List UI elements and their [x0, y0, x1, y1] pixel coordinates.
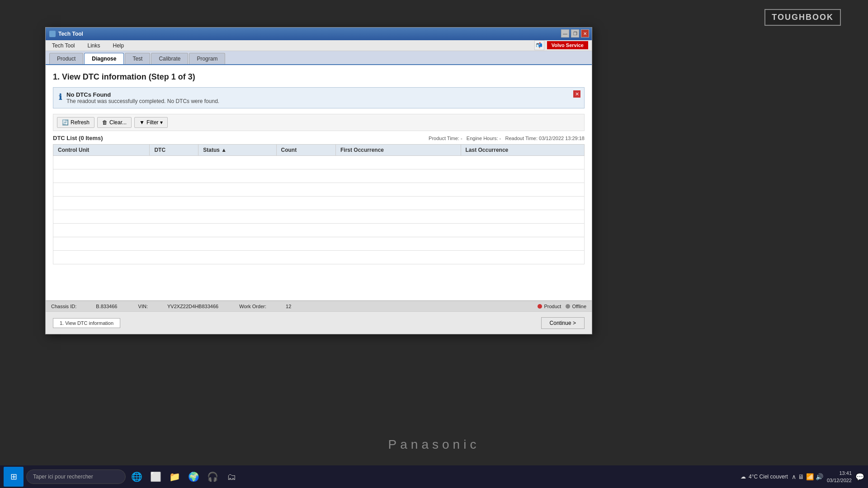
main-window: Tech Tool — ❐ ✕ Tech Tool Links Help 📬 V…: [45, 27, 592, 334]
toughbook-logo: TOUGHBOOK: [764, 9, 841, 26]
taskbar-app-headset[interactable]: 🎧: [204, 469, 221, 485]
menu-links[interactable]: Links: [85, 42, 103, 50]
info-title: No DTCs Found: [66, 91, 219, 98]
breadcrumb-tab[interactable]: 1. View DTC information: [53, 318, 120, 328]
clock-time: 13:41: [827, 469, 852, 477]
title-bar: Tech Tool — ❐ ✕: [46, 28, 592, 40]
notification-icon[interactable]: 📬: [534, 40, 544, 50]
sys-tray: ∧ 🖥 📶 🔊: [792, 473, 823, 480]
search-placeholder: Taper ici pour rechercher: [33, 474, 93, 480]
restore-button[interactable]: ❐: [571, 29, 579, 38]
dtc-table: Control Unit DTC Status ▲ Count First Oc…: [53, 144, 585, 264]
tray-wifi[interactable]: 📶: [806, 473, 814, 480]
windows-icon: ⊞: [10, 472, 17, 482]
tray-notification[interactable]: 💬: [855, 473, 864, 481]
product-status: Product: [538, 304, 561, 309]
offline-status: Offline: [566, 304, 586, 309]
notification-area: 📬 Volvo Service: [534, 40, 588, 50]
empty-row: [53, 210, 585, 224]
laptop-background: TOUGHBOOK Tech Tool — ❐ ✕ Tech Tool Link…: [0, 0, 868, 488]
info-icon: ℹ: [59, 92, 62, 102]
col-control-unit[interactable]: Control Unit: [53, 145, 150, 156]
tray-audio[interactable]: 🔊: [816, 473, 823, 480]
product-status-dot: [538, 304, 542, 309]
offline-status-dot: [566, 304, 570, 309]
refresh-button[interactable]: 🔄 Refresh: [57, 117, 94, 128]
table-body: [53, 156, 585, 264]
status-bar: Chassis ID: B.833466 VIN: YV2XZ22D4HB833…: [46, 300, 592, 311]
tab-test[interactable]: Test: [125, 53, 150, 64]
dtc-meta: Product Time: - Engine Hours: - Readout …: [429, 136, 585, 141]
clear-icon: 🗑: [102, 119, 108, 126]
weather-widget[interactable]: ☁ 4°C Ciel couvert: [741, 474, 788, 480]
menu-tech-tool[interactable]: Tech Tool: [49, 42, 77, 50]
empty-row: [53, 169, 585, 183]
minimize-button[interactable]: —: [561, 29, 569, 38]
info-subtitle: The readout was successfully completed. …: [66, 98, 219, 104]
weather-icon: ☁: [741, 474, 746, 480]
empty-row: [53, 251, 585, 264]
filter-icon: ▼: [139, 119, 145, 126]
taskbar-app-chrome[interactable]: 🌍: [185, 469, 202, 485]
tray-expand[interactable]: ∧: [792, 473, 796, 480]
taskbar-app-explorer[interactable]: 🗂: [223, 469, 240, 485]
taskbar: ⊞ Taper ici pour rechercher 🌐 ⬜ 📁 🌍 🎧 🗂 …: [0, 465, 868, 488]
filter-button[interactable]: ▼ Filter ▾: [134, 117, 168, 128]
window-controls: — ❐ ✕: [561, 29, 589, 38]
col-last-occurrence[interactable]: Last Occurrence: [461, 145, 584, 156]
clear-button[interactable]: 🗑 Clear...: [97, 117, 132, 128]
refresh-icon: 🔄: [62, 119, 69, 126]
window-title: Tech Tool: [58, 31, 83, 37]
app-icon: [49, 31, 56, 37]
weather-text: 4°C Ciel couvert: [749, 474, 788, 480]
taskbar-app-files[interactable]: 📁: [166, 469, 183, 485]
volvo-service-button[interactable]: Volvo Service: [547, 41, 588, 49]
col-status[interactable]: Status ▲: [198, 145, 276, 156]
empty-row: [53, 224, 585, 237]
clock-widget[interactable]: 13:41 03/12/2022: [827, 469, 852, 484]
info-text-block: No DTCs Found The readout was successful…: [66, 91, 219, 104]
bottom-bar: 1. View DTC information Continue >: [46, 311, 592, 334]
toolbar: 🔄 Refresh 🗑 Clear... ▼ Filter ▾: [53, 114, 585, 131]
menu-bar: Tech Tool Links Help 📬 Volvo Service: [46, 40, 592, 51]
dtc-list-title: DTC List (0 Items): [53, 135, 103, 141]
dtc-header-row: DTC List (0 Items) Product Time: - Engin…: [53, 135, 585, 141]
tab-diagnose[interactable]: Diagnose: [84, 53, 124, 64]
work-order-label: Work Order:: [239, 304, 266, 309]
clock-date: 03/12/2022: [827, 477, 852, 484]
empty-row: [53, 183, 585, 197]
vin-label: VIN:: [138, 304, 148, 309]
info-close-button[interactable]: ✕: [573, 90, 580, 98]
close-button[interactable]: ✕: [581, 29, 589, 38]
tray-network[interactable]: 🖥: [798, 473, 804, 480]
tab-program[interactable]: Program: [189, 53, 225, 64]
chassis-label: Chassis ID:: [51, 304, 76, 309]
empty-row: [53, 197, 585, 210]
panasonic-label: Panasonic: [388, 437, 480, 452]
info-box: ℹ No DTCs Found The readout was successf…: [53, 87, 585, 108]
empty-row: [53, 156, 585, 169]
search-bar[interactable]: Taper ici pour rechercher: [26, 469, 126, 484]
start-button[interactable]: ⊞: [4, 467, 24, 487]
work-order-value: 12: [286, 304, 291, 309]
page-title: 1. View DTC information (Step 1 of 3): [53, 72, 585, 82]
empty-row: [53, 237, 585, 251]
menu-help[interactable]: Help: [110, 42, 127, 50]
col-count[interactable]: Count: [276, 145, 335, 156]
chassis-value: B.833466: [96, 304, 117, 309]
tab-calibrate[interactable]: Calibrate: [151, 53, 188, 64]
continue-button[interactable]: Continue >: [541, 317, 585, 329]
col-dtc[interactable]: DTC: [150, 145, 198, 156]
taskbar-app-taskview[interactable]: ⬜: [147, 469, 164, 485]
vin-value: YV2XZ22D4HB833466: [167, 304, 218, 309]
col-first-occurrence[interactable]: First Occurrence: [336, 145, 461, 156]
taskbar-app-globe[interactable]: 🌐: [128, 469, 145, 485]
tab-product[interactable]: Product: [49, 53, 83, 64]
tab-bar: Product Diagnose Test Calibrate Program: [46, 51, 592, 65]
taskbar-right: ☁ 4°C Ciel couvert ∧ 🖥 📶 🔊 13:41 03/12/2…: [741, 469, 864, 484]
content-area: 1. View DTC information (Step 1 of 3) ℹ …: [46, 65, 592, 313]
